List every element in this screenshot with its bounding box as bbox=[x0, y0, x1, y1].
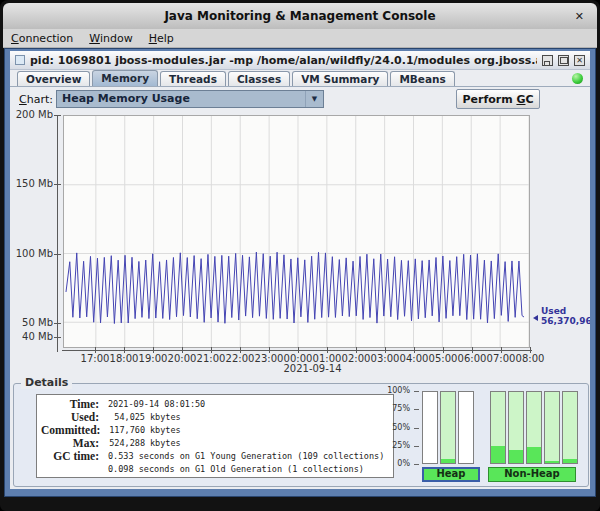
internal-frame: pid: 1069801 jboss-modules.jar -mp /home… bbox=[4, 48, 596, 497]
heap-pool-bar bbox=[422, 391, 438, 464]
frame-title: pid: 1069801 jboss-modules.jar -mp /home… bbox=[30, 54, 537, 67]
y-tick-label: 40 Mb bbox=[10, 331, 53, 342]
chart-plot-svg bbox=[64, 116, 529, 347]
gauge-scale-tick bbox=[414, 409, 419, 410]
tab-overview[interactable]: Overview bbox=[17, 71, 90, 86]
non-heap-pool-bar bbox=[544, 391, 560, 464]
frame-maximize-icon[interactable] bbox=[558, 55, 569, 66]
menubar: ConnectionWindowHelp bbox=[3, 29, 597, 48]
frame-icon bbox=[15, 55, 25, 65]
tab-mbeans[interactable]: MBeans bbox=[390, 71, 454, 86]
internal-frame-body: pid: 1069801 jboss-modules.jar -mp /home… bbox=[10, 51, 590, 489]
y-tick-mark bbox=[54, 323, 61, 324]
gauge-scale-label: 25% bbox=[376, 441, 410, 450]
y-tick-label: 100 Mb bbox=[10, 248, 53, 259]
y-tick-label: 50 Mb bbox=[10, 317, 53, 328]
x-axis-date-label: 2021-09-14 bbox=[273, 363, 353, 374]
window-title: Java Monitoring & Management Console bbox=[164, 9, 435, 23]
menu-help[interactable]: Help bbox=[141, 30, 182, 47]
gauge-scale-tick bbox=[414, 446, 419, 447]
jconsole-window: Java Monitoring & Management Console ✕ C… bbox=[0, 0, 600, 511]
y-tick-mark bbox=[54, 115, 61, 116]
window-titlebar[interactable]: Java Monitoring & Management Console ✕ bbox=[3, 3, 597, 29]
non-heap-pool-bar bbox=[526, 391, 542, 464]
tab-memory[interactable]: Memory bbox=[92, 70, 158, 86]
details-panel: Time:2021-09-14 08:01:50Used:54,025kbyte… bbox=[13, 383, 589, 487]
gauge-scale-label: 0% bbox=[376, 459, 410, 468]
gauge-scale-label: 100% bbox=[376, 386, 410, 395]
window-close-icon[interactable]: ✕ bbox=[575, 10, 584, 23]
frame-window-buttons: ✕ bbox=[542, 55, 585, 66]
x-axis-line bbox=[62, 350, 532, 351]
tab-threads[interactable]: Threads bbox=[160, 71, 226, 86]
menu-window[interactable]: Window bbox=[81, 30, 140, 47]
used-marker-icon bbox=[533, 315, 538, 321]
non-heap-button[interactable]: Non-Heap bbox=[488, 467, 576, 482]
details-legend: Details bbox=[21, 376, 72, 389]
gauge-scale-label: 50% bbox=[376, 423, 410, 432]
memory-pool-gauges: 100%75%50%25%0%HeapNon-Heap bbox=[14, 384, 588, 486]
frame-iconify-icon[interactable] bbox=[542, 55, 553, 66]
tab-classes[interactable]: Classes bbox=[228, 71, 290, 86]
used-marker-value: 56,370,960 bbox=[541, 316, 590, 326]
y-tick-mark bbox=[54, 184, 61, 185]
memory-tab-content: Chart: Heap Memory Usage ▼ Perform GC 20… bbox=[10, 87, 590, 489]
y-tick-mark bbox=[54, 254, 61, 255]
gauge-scale-label: 75% bbox=[376, 404, 410, 413]
y-tick-label: 150 Mb bbox=[10, 178, 53, 189]
connection-status-icon bbox=[572, 73, 583, 84]
used-marker-title: Used bbox=[541, 306, 590, 316]
y-tick-label: 200 Mb bbox=[10, 109, 53, 120]
tab-bar: OverviewMemoryThreadsClassesVM SummaryMB… bbox=[10, 70, 590, 87]
menu-connection[interactable]: Connection bbox=[3, 30, 81, 47]
heap-pool-bar bbox=[458, 391, 474, 464]
x-tick-label: 08:00 bbox=[510, 353, 550, 364]
y-tick-mark bbox=[54, 337, 61, 338]
gauge-scale-tick bbox=[414, 428, 419, 429]
used-marker-label: Used 56,370,960 bbox=[541, 306, 590, 326]
heap-pool-bar bbox=[440, 391, 456, 464]
gauge-scale-tick bbox=[414, 391, 419, 392]
heap-button[interactable]: Heap bbox=[422, 467, 480, 482]
chart-plot-area bbox=[63, 115, 530, 348]
non-heap-pool-bar bbox=[562, 391, 578, 464]
y-axis-line bbox=[57, 115, 58, 352]
tab-vm-summary[interactable]: VM Summary bbox=[292, 71, 388, 86]
frame-titlebar[interactable]: pid: 1069801 jboss-modules.jar -mp /home… bbox=[10, 51, 590, 70]
non-heap-pool-bar bbox=[490, 391, 506, 464]
frame-close-icon[interactable]: ✕ bbox=[574, 55, 585, 66]
gauge-scale-tick bbox=[414, 464, 419, 465]
non-heap-pool-bar bbox=[508, 391, 524, 464]
